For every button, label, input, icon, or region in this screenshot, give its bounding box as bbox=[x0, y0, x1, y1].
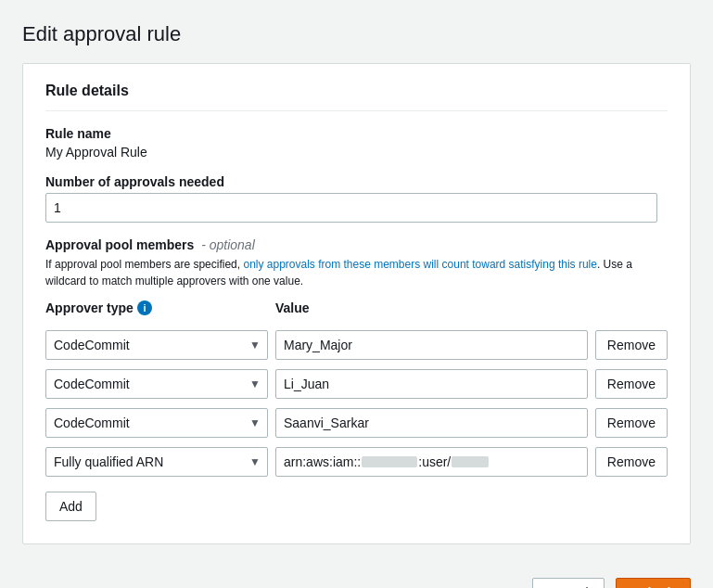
optional-label: - optional bbox=[201, 237, 255, 252]
approver-value-col-2 bbox=[275, 369, 588, 399]
footer-bar: Cancel Submit bbox=[0, 563, 713, 588]
remove-button-4[interactable]: Remove bbox=[595, 447, 668, 477]
approvals-label: Number of approvals needed bbox=[45, 174, 668, 189]
approver-value-col-4: arn:aws:iam:::user/ bbox=[275, 447, 588, 477]
approver-value-input-2[interactable] bbox=[275, 369, 588, 399]
arn-redacted-user bbox=[452, 456, 489, 467]
remove-button-3[interactable]: Remove bbox=[595, 408, 668, 438]
column-headers: Approver type i Value bbox=[45, 300, 668, 323]
approver-row: CodeCommit Fully qualified ARN ▼ Remove bbox=[45, 369, 668, 399]
pool-members-link[interactable]: only approvals from these members will c… bbox=[243, 258, 597, 271]
arn-prefix: arn:aws:iam:: bbox=[284, 454, 361, 469]
approvals-input[interactable] bbox=[45, 193, 657, 223]
arn-value-display: arn:aws:iam:::user/ bbox=[275, 447, 588, 477]
approver-type-select-1[interactable]: CodeCommit Fully qualified ARN bbox=[45, 330, 268, 360]
rule-details-card: Rule details Rule name My Approval Rule … bbox=[22, 63, 691, 544]
approver-row: CodeCommit Fully qualified ARN ▼ Remove bbox=[45, 408, 668, 438]
approver-type-select-wrapper-2: CodeCommit Fully qualified ARN ▼ bbox=[45, 369, 268, 399]
approvers-description: If approval pool members are specified, … bbox=[45, 256, 668, 289]
submit-button[interactable]: Submit bbox=[616, 578, 691, 588]
card-title: Rule details bbox=[45, 83, 668, 111]
rule-name-value: My Approval Rule bbox=[45, 145, 668, 160]
approver-row: CodeCommit Fully qualified ARN ▼ arn:aws… bbox=[45, 447, 668, 477]
approver-type-col-2: CodeCommit Fully qualified ARN ▼ bbox=[45, 369, 268, 399]
approver-value-col-3 bbox=[275, 408, 588, 438]
value-column-header: Value bbox=[275, 300, 668, 323]
approver-value-input-1[interactable] bbox=[275, 330, 588, 360]
arn-redacted-account bbox=[362, 456, 417, 467]
approver-type-col-3: CodeCommit Fully qualified ARN ▼ bbox=[45, 408, 268, 438]
approver-type-select-wrapper-3: CodeCommit Fully qualified ARN ▼ bbox=[45, 408, 268, 438]
approver-type-select-wrapper-4: CodeCommit Fully qualified ARN ▼ bbox=[45, 447, 268, 477]
approver-type-col-4: CodeCommit Fully qualified ARN ▼ bbox=[45, 447, 268, 477]
rule-name-label: Rule name bbox=[45, 126, 668, 141]
value-label: Value bbox=[275, 300, 668, 315]
approver-value-col-1 bbox=[275, 330, 588, 360]
approver-type-label: Approver type bbox=[45, 300, 134, 315]
approver-value-input-3[interactable] bbox=[275, 408, 588, 438]
approver-type-select-2[interactable]: CodeCommit Fully qualified ARN bbox=[45, 369, 268, 399]
cancel-button[interactable]: Cancel bbox=[532, 578, 605, 588]
remove-button-2[interactable]: Remove bbox=[595, 369, 668, 399]
page-title: Edit approval rule bbox=[22, 22, 691, 46]
approver-type-col-1: CodeCommit Fully qualified ARN ▼ bbox=[45, 330, 268, 360]
approvers-label: Approval pool members bbox=[45, 237, 194, 252]
approver-row: CodeCommit Fully qualified ARN ▼ Remove bbox=[45, 330, 668, 360]
approver-type-select-wrapper-1: CodeCommit Fully qualified ARN ▼ bbox=[45, 330, 268, 360]
approver-type-select-3[interactable]: CodeCommit Fully qualified ARN bbox=[45, 408, 268, 438]
add-button[interactable]: Add bbox=[45, 492, 96, 521]
remove-button-1[interactable]: Remove bbox=[595, 330, 668, 360]
approver-type-select-4[interactable]: CodeCommit Fully qualified ARN bbox=[45, 447, 268, 477]
info-badge[interactable]: i bbox=[137, 300, 152, 315]
type-column-header: Approver type i bbox=[45, 300, 268, 323]
arn-user-part: :user/ bbox=[418, 454, 451, 469]
